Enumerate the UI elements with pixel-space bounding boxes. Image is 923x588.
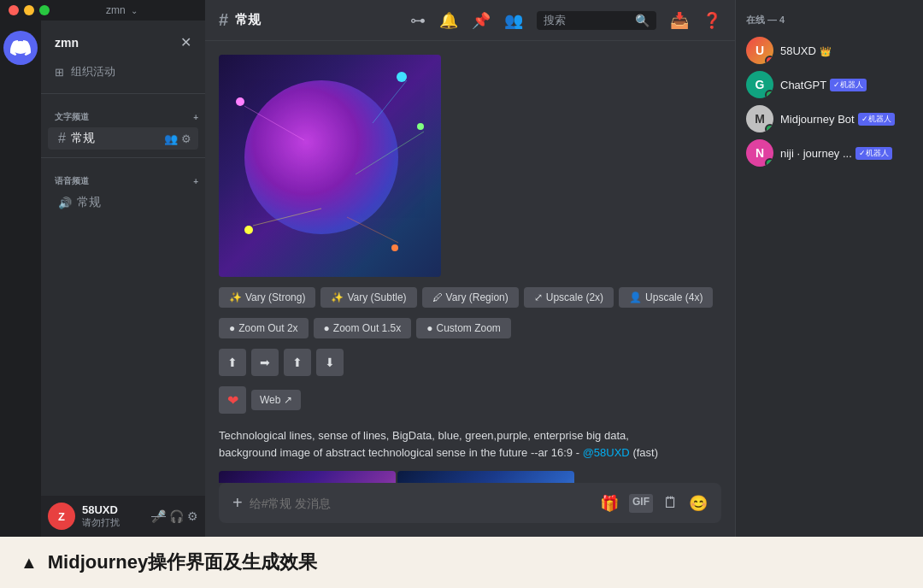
maximize-button[interactable] xyxy=(39,5,50,15)
arrow-up-left[interactable]: ⬆ xyxy=(219,349,246,376)
custom-zoom-button[interactable]: ● Custom Zoom xyxy=(416,318,511,338)
voice-channel-name: 常规 xyxy=(77,195,101,210)
settings-icon[interactable]: ⚙ xyxy=(181,132,191,145)
message-input[interactable] xyxy=(250,486,593,520)
voice-channels-label: 语音频道 xyxy=(55,175,89,187)
generated-image-2[interactable] xyxy=(397,471,574,483)
zoom15-icon: ● xyxy=(324,322,330,334)
generated-image-1[interactable] xyxy=(219,471,396,483)
messages-area: ✨ Vary (Strong) ✨ Vary (Subtle) 🖊 Vary (… xyxy=(205,41,735,483)
member-item-chatgpt[interactable]: G ChatGPT ✓机器人 xyxy=(746,68,913,102)
search-bar[interactable]: 搜索 🔍 xyxy=(537,11,656,30)
caption-main-text: Midjourney操作界面及生成效果 xyxy=(48,550,317,575)
voice-channel-changgui[interactable]: 🔊 常规 xyxy=(48,191,198,214)
svg-line-4 xyxy=(347,217,398,243)
topbar-hash-icon: # xyxy=(219,10,228,30)
message-block-2: Technological lines, sense of lines, Big… xyxy=(219,427,721,483)
member-item-midjourney[interactable]: M Midjourney Bot ✓机器人 xyxy=(746,102,913,136)
text-channels-header[interactable]: 文字频道 + xyxy=(41,108,205,126)
text-channels-label: 文字频道 xyxy=(55,111,89,123)
action-buttons-row2: ● Zoom Out 2x ● Zoom Out 1.5x ● Custom Z… xyxy=(219,318,721,338)
search-icon: 🔍 xyxy=(635,14,650,27)
add-channel-icon[interactable]: + xyxy=(193,113,198,122)
upscale-4x-button[interactable]: 👤 Upscale (4x) xyxy=(619,287,713,308)
titlebar-app-name: zmn xyxy=(106,4,126,16)
arrow-right[interactable]: ➡ xyxy=(251,349,279,376)
inbox-icon[interactable]: 📥 xyxy=(670,11,689,30)
user-info: 58UXD 请勿打扰 xyxy=(82,503,144,529)
mute-icon[interactable]: 🎤 xyxy=(151,509,166,523)
external-link-icon: ↗ xyxy=(284,394,292,406)
user-settings-icon[interactable]: ⚙ xyxy=(187,509,198,523)
text-channels-section: 文字频道 + # 常规 👥 ⚙ xyxy=(41,108,205,150)
members-icon[interactable]: 👥 xyxy=(504,11,523,30)
organize-label: 组织活动 xyxy=(71,64,115,79)
favorite-button[interactable]: ❤ xyxy=(219,386,246,414)
server-settings-icon[interactable]: ✕ xyxy=(180,34,191,50)
threads-icon[interactable]: ⊶ xyxy=(410,11,426,30)
voice-channels-section: 语音频道 + 🔊 常规 xyxy=(41,172,205,215)
main-content: # 常规 ⊶ 🔔 📌 👥 搜索 🔍 📥 ❓ xyxy=(205,0,735,537)
discord-server-icon[interactable] xyxy=(3,31,38,65)
members-panel: 在线 — 4 U 58UXD 👑 G xyxy=(735,0,923,537)
minimize-button[interactable] xyxy=(24,5,34,15)
gift-icon[interactable]: 🎁 xyxy=(600,494,619,513)
wave-svg-1 xyxy=(219,471,396,483)
voice-channels-header[interactable]: 语音频道 + xyxy=(41,172,205,191)
search-placeholder: 搜索 xyxy=(544,13,630,28)
gif-button[interactable]: GIF xyxy=(629,494,653,513)
caption-user: @58UXD xyxy=(583,446,630,459)
arrow-up[interactable]: ⬆ xyxy=(284,349,311,376)
member-avatar-chatgpt: G xyxy=(746,71,773,98)
wave-svg-2 xyxy=(397,471,574,483)
network-lines xyxy=(219,55,441,277)
attach-button[interactable]: + xyxy=(232,483,243,523)
member-avatar-midjourney: M xyxy=(746,105,773,132)
main-generated-image xyxy=(219,55,441,277)
emoji-icon[interactable]: 😊 xyxy=(689,494,708,513)
caption-triangle-icon: ▲ xyxy=(21,553,38,573)
upscale2-icon: ⤢ xyxy=(534,291,543,303)
close-button[interactable] xyxy=(9,5,19,15)
headphone-icon[interactable]: 🎧 xyxy=(169,509,184,523)
robot-badge-niji: ✓机器人 xyxy=(855,147,892,160)
member-avatar-niji: N xyxy=(746,139,773,167)
member-info-niji: niji · journey ... ✓机器人 xyxy=(780,147,892,160)
organize-activity-item[interactable]: ⊞ 组织活动 xyxy=(41,57,205,86)
add-voice-channel-icon[interactable]: + xyxy=(193,177,198,186)
notification-icon[interactable]: 🔔 xyxy=(439,11,458,30)
extra-buttons: ❤ Web ↗ xyxy=(219,386,721,414)
pin-icon[interactable]: 📌 xyxy=(472,11,491,30)
zoom-out-2x-button[interactable]: ● Zoom Out 2x xyxy=(219,318,309,338)
web-button[interactable]: Web ↗ xyxy=(251,390,301,410)
member-item-58uxd[interactable]: U 58UXD 👑 xyxy=(746,33,913,68)
channel-item-changgui[interactable]: # 常规 👥 ⚙ xyxy=(48,127,198,150)
sticker-icon[interactable]: 🗒 xyxy=(663,494,679,513)
members-icon[interactable]: 👥 xyxy=(164,132,178,145)
svg-line-1 xyxy=(244,106,304,140)
user-status: 请勿打扰 xyxy=(82,516,144,529)
channel-icons: 👥 ⚙ xyxy=(164,132,191,145)
generated-images-grid xyxy=(219,471,721,483)
robot-badge-chatgpt: ✓机器人 xyxy=(830,79,867,91)
user-avatar-letter: Z xyxy=(58,510,65,523)
member-info-chatgpt: ChatGPT ✓机器人 xyxy=(780,79,867,91)
vary-subtle-button[interactable]: ✨ Vary (Subtle) xyxy=(320,287,416,308)
pencil-icon: 🖊 xyxy=(432,291,443,303)
member-avatar-58uxd: U xyxy=(746,37,773,64)
vary-strong-button[interactable]: ✨ Vary (Strong) xyxy=(219,287,315,308)
online-count-header: 在线 — 4 xyxy=(746,14,913,26)
heart-icon: ❤ xyxy=(227,392,238,409)
member-item-niji[interactable]: N niji · journey ... ✓机器人 xyxy=(746,136,913,170)
sparkle-icon: ✨ xyxy=(229,291,242,303)
channel-name: 常规 xyxy=(71,131,95,146)
member-name-58uxd: 58UXD 👑 xyxy=(780,43,832,58)
help-icon[interactable]: ❓ xyxy=(703,11,721,30)
arrow-down[interactable]: ⬇ xyxy=(316,349,344,376)
user-controls: 🎤 🎧 ⚙ xyxy=(151,509,198,523)
zoom-out-15x-button[interactable]: ● Zoom Out 1.5x xyxy=(314,318,412,338)
upscale-2x-button[interactable]: ⤢ Upscale (2x) xyxy=(524,287,614,308)
directional-buttons: ⬆ ➡ ⬆ ⬇ xyxy=(219,349,721,376)
vary-region-button[interactable]: 🖊 Vary (Region) xyxy=(422,287,519,308)
hash-icon: # xyxy=(58,131,66,146)
